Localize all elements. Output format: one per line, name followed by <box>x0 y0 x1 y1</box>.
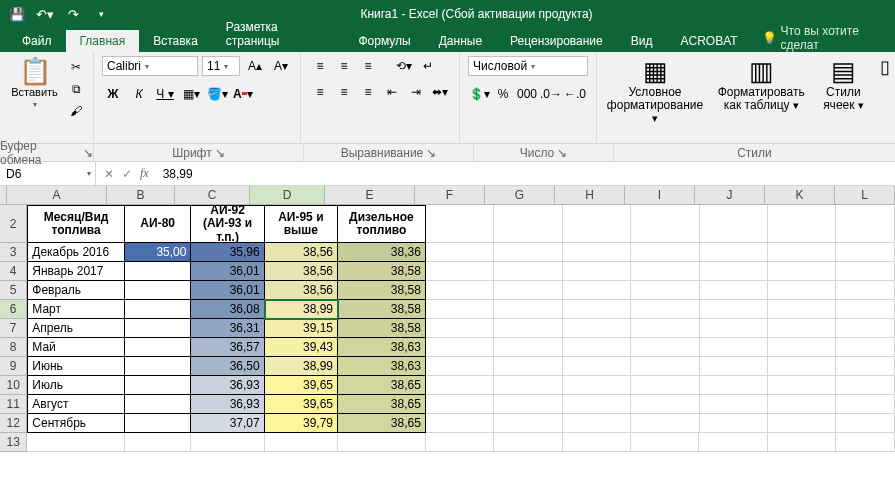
cell[interactable] <box>631 395 699 414</box>
cell[interactable]: Август <box>27 395 125 414</box>
cell[interactable] <box>563 433 631 452</box>
cell[interactable]: АИ-92 (АИ-93 и т.п.) <box>191 205 264 243</box>
cell[interactable]: Январь 2017 <box>27 262 125 281</box>
column-header-G[interactable]: G <box>485 186 555 204</box>
cell[interactable]: АИ-95 и выше <box>265 205 338 243</box>
cell[interactable] <box>631 414 699 433</box>
cell[interactable] <box>700 262 768 281</box>
tab-file[interactable]: Файл <box>8 30 66 52</box>
column-header-C[interactable]: C <box>175 186 250 204</box>
cell[interactable]: Апрель <box>27 319 125 338</box>
underline-button[interactable]: Ч ▾ <box>154 84 176 104</box>
cell[interactable] <box>426 395 494 414</box>
save-icon[interactable]: 💾 <box>8 5 26 23</box>
column-header-F[interactable]: F <box>415 186 485 204</box>
cell[interactable] <box>768 262 836 281</box>
undo-icon[interactable]: ↶▾ <box>36 5 54 23</box>
cell[interactable] <box>125 262 191 281</box>
cell[interactable]: 38,99 <box>265 300 338 319</box>
cell[interactable] <box>265 433 338 452</box>
cell[interactable] <box>768 300 836 319</box>
cell[interactable]: 38,56 <box>265 262 338 281</box>
increase-decimal-icon[interactable]: .0→ <box>540 84 562 104</box>
tab-insert[interactable]: Вставка <box>139 30 212 52</box>
tab-view[interactable]: Вид <box>617 30 667 52</box>
cell[interactable] <box>700 319 768 338</box>
cell[interactable] <box>836 395 895 414</box>
tab-home[interactable]: Главная <box>66 30 140 52</box>
cell[interactable] <box>700 338 768 357</box>
tab-formulas[interactable]: Формулы <box>345 30 425 52</box>
cell[interactable] <box>426 414 494 433</box>
percent-format-icon[interactable]: % <box>492 84 514 104</box>
cancel-formula-icon[interactable]: ✕ <box>104 167 114 181</box>
cell[interactable] <box>426 262 494 281</box>
cell[interactable]: 36,57 <box>191 338 264 357</box>
paste-button[interactable]: 📋 Вставить ▾ <box>8 56 61 111</box>
decrease-indent-icon[interactable]: ⇤ <box>381 82 403 102</box>
font-color-icon[interactable]: A▾ <box>232 84 254 104</box>
formula-input[interactable]: 38,99 <box>157 167 895 181</box>
font-family-combo[interactable]: Calibri▾ <box>102 56 198 76</box>
row-header[interactable]: 7 <box>0 319 27 338</box>
cell[interactable] <box>494 414 562 433</box>
row-header[interactable]: 8 <box>0 338 27 357</box>
tab-page-layout[interactable]: Разметка страницы <box>212 16 345 52</box>
cell[interactable] <box>700 376 768 395</box>
cell[interactable]: 39,79 <box>265 414 338 433</box>
tab-acrobat[interactable]: ACROBAT <box>666 30 751 52</box>
cell[interactable] <box>191 433 264 452</box>
cell[interactable] <box>699 433 767 452</box>
cell[interactable] <box>494 300 562 319</box>
cell[interactable] <box>700 243 768 262</box>
cell[interactable] <box>700 300 768 319</box>
cell[interactable]: 38,99 <box>265 357 338 376</box>
cell[interactable] <box>836 338 895 357</box>
tab-review[interactable]: Рецензирование <box>496 30 617 52</box>
cell[interactable] <box>338 433 426 452</box>
cell[interactable] <box>768 205 836 243</box>
cut-icon[interactable]: ✂ <box>67 58 85 76</box>
cell[interactable] <box>631 357 699 376</box>
cell[interactable]: 38,65 <box>338 395 426 414</box>
column-header-E[interactable]: E <box>325 186 415 204</box>
cell[interactable] <box>768 414 836 433</box>
cell[interactable]: АИ-80 <box>125 205 191 243</box>
dialog-launcher-icon[interactable]: ↘ <box>215 146 225 160</box>
cell[interactable] <box>700 205 768 243</box>
increase-indent-icon[interactable]: ⇥ <box>405 82 427 102</box>
cell[interactable] <box>563 262 631 281</box>
cell[interactable] <box>426 376 494 395</box>
cell[interactable]: Март <box>27 300 125 319</box>
cell[interactable] <box>563 395 631 414</box>
insert-function-icon[interactable]: fx <box>140 166 149 181</box>
cell[interactable] <box>494 357 562 376</box>
cell[interactable]: Декабрь 2016 <box>27 243 125 262</box>
cell[interactable] <box>700 414 768 433</box>
cell[interactable] <box>836 433 895 452</box>
cell[interactable] <box>125 376 191 395</box>
cell[interactable]: 37,07 <box>191 414 264 433</box>
decrease-font-icon[interactable]: A▾ <box>270 56 292 76</box>
cell[interactable] <box>563 205 631 243</box>
borders-icon[interactable]: ▦▾ <box>180 84 202 104</box>
cell[interactable] <box>631 338 699 357</box>
number-format-combo[interactable]: Числовой▾ <box>468 56 588 76</box>
cell[interactable] <box>563 357 631 376</box>
row-header[interactable]: 2 <box>0 205 27 243</box>
cell[interactable] <box>836 205 895 243</box>
cell[interactable] <box>768 281 836 300</box>
align-left-icon[interactable]: ≡ <box>309 82 331 102</box>
cell[interactable]: 36,01 <box>191 281 264 300</box>
cell[interactable] <box>563 414 631 433</box>
align-bottom-icon[interactable]: ≡ <box>357 56 379 76</box>
cell[interactable] <box>563 243 631 262</box>
row-header[interactable]: 6 <box>0 300 27 319</box>
cell[interactable] <box>768 433 836 452</box>
more-styles-button[interactable]: ▯ <box>875 56 895 78</box>
cell[interactable] <box>563 376 631 395</box>
cell[interactable]: 35,96 <box>191 243 264 262</box>
cell[interactable]: 39,15 <box>265 319 338 338</box>
cell[interactable] <box>494 205 562 243</box>
cell[interactable]: 38,58 <box>338 300 426 319</box>
